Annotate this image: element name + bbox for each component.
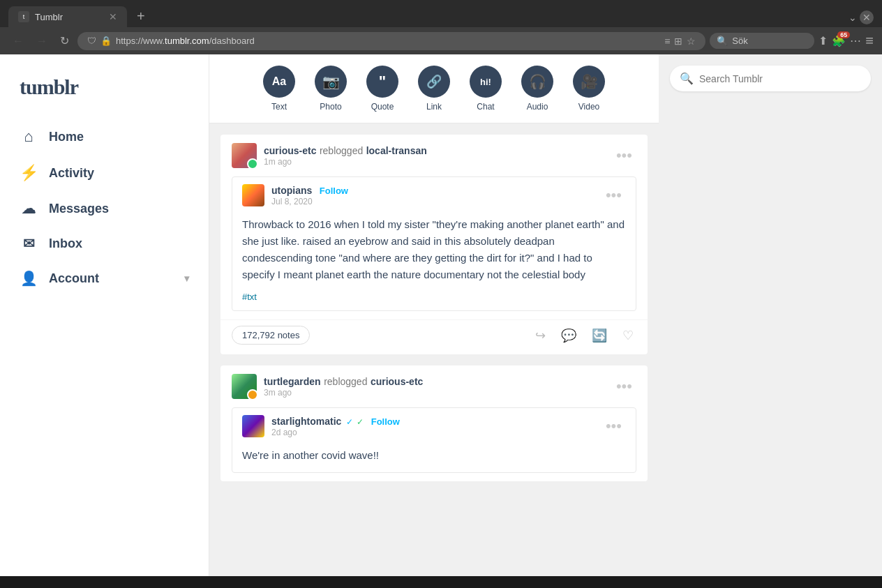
quote-post-label: Quote [371,102,394,112]
nested-post1-username[interactable]: utopians [271,185,312,196]
post2-reblog-target[interactable]: curious-etc [371,376,423,387]
home-icon: ⌂ [20,128,38,146]
search-tumblr-input[interactable] [699,73,861,84]
address-bar[interactable]: 🛡 🔒 https://www.tumblr.com/dashboard ≡ ⊞… [77,32,705,50]
nested-post1-timestamp: Jul 8, 2020 [271,197,348,206]
nested-post1-body: Throwback to 2016 when I told my sister … [232,213,636,292]
post-type-photo[interactable]: 📷 Photo [311,64,351,113]
text-post-label: Text [271,102,287,112]
avatar-mini-turtle [247,389,258,400]
sidebar-item-inbox[interactable]: ✉ Inbox [0,226,209,261]
post-card-1: curious-etc reblogged local-transan 1m a… [221,135,648,354]
post2-meta: turtlegarden reblogged curious-etc 3m ag… [264,375,423,398]
post2-header: turtlegarden reblogged curious-etc 3m ag… [221,365,648,407]
audio-post-icon: 🎧 [521,66,553,98]
video-post-label: Video [578,102,599,112]
post1-timestamp: 1m ago [264,157,427,167]
reblog-post1-button[interactable]: 🔄 [589,326,610,345]
post2-reblogger[interactable]: turtlegarden [264,376,321,387]
chat-post-icon: hi! [470,66,502,98]
nested-post1-header: utopians Follow Jul 8, 2020 ••• [232,177,636,213]
verified-badge-1: ✓ [346,417,353,427]
post1-reblog-target[interactable]: local-transan [366,145,427,156]
extension-button[interactable]: 🧩 65 [832,34,846,47]
share-button[interactable]: ⬆ [819,34,828,47]
avatar-starlight [242,415,264,437]
follow-starlight-button[interactable]: Follow [371,416,400,427]
notes-label-1: notes [278,330,300,340]
photo-post-icon: 📷 [315,66,347,98]
tab-favicon: t [18,11,29,22]
search-input-wrapper[interactable]: 🔍 [670,66,871,91]
window-close-button[interactable]: ✕ [860,10,874,24]
post-type-audio[interactable]: 🎧 Audio [517,64,558,113]
follow-utopians-button[interactable]: Follow [320,186,348,196]
refresh-button[interactable]: ↻ [56,31,73,50]
nested-post1-tags[interactable]: #txt [232,292,636,310]
notes-number-1: 172,792 [242,330,275,340]
link-post-icon: 🔗 [418,66,450,98]
post-type-chat[interactable]: hi! Chat [465,64,506,113]
link-post-label: Link [426,102,442,112]
avatar-mini-curious [247,158,258,169]
post-create-bar: Aa Text 📷 Photo " Quote 🔗 Link hi! C [209,54,659,123]
notes-count-1[interactable]: 172,792 notes [232,326,310,345]
sidebar-logo: tumblr [0,66,209,119]
sidebar-item-messages[interactable]: ☁ Messages [0,191,209,226]
post-card-2: turtlegarden reblogged curious-etc 3m ag… [221,365,648,481]
sidebar-messages-label: Messages [49,202,109,216]
tab-close-icon[interactable]: ✕ [109,11,117,22]
sidebar-item-home[interactable]: ⌂ Home [0,119,209,155]
sidebar-activity-label: Activity [49,166,94,181]
sidebar-item-account[interactable]: 👤 Account ▾ [0,261,209,296]
new-tab-button[interactable]: + [130,6,152,27]
tab-title: Tumblr [35,12,103,22]
bookmark-button[interactable]: ☆ [687,36,696,47]
post1-actions: 172,792 notes ↪ 💬 🔄 ♡ [221,319,648,354]
quote-post-icon: " [366,66,398,98]
forward-button[interactable]: → [32,32,52,50]
post1-more-button[interactable]: ••• [612,146,636,165]
nested-post2-more-button[interactable]: ••• [601,417,626,435]
back-button[interactable]: ← [8,32,28,50]
sidebar-home-label: Home [49,130,84,144]
like-post1-button[interactable]: ♡ [620,326,636,345]
search-sidebar: 🔍 [659,54,882,576]
post2-reblog-action: reblogged [324,376,367,387]
audio-post-label: Audio [527,102,548,112]
sidebar-nav: ⌂ Home ⚡ Activity ☁ Messages ✉ Inbox [0,119,209,296]
post-type-quote[interactable]: " Quote [362,64,403,113]
comment-post1-button[interactable]: 💬 [558,326,579,345]
post1-reblogger[interactable]: curious-etc [264,145,316,156]
sidebar: tumblr ⌂ Home ⚡ Activity ☁ Messages ✉ In… [0,54,209,576]
split-view-button[interactable]: ⊞ [674,36,682,47]
sidebar-inbox-label: Inbox [49,236,82,251]
active-tab[interactable]: t Tumblr ✕ [8,6,127,27]
post1-action-icons: ↪ 💬 🔄 ♡ [532,326,636,345]
nested-post-2: starlightomatic ✓ ✓ Follow 2d ago ••• We… [232,407,636,473]
sidebar-item-activity[interactable]: ⚡ Activity [0,155,209,191]
reader-mode-button[interactable]: ≡ [664,36,670,47]
tab-menu-button[interactable]: ⌄ [849,12,857,23]
post1-header: curious-etc reblogged local-transan 1m a… [221,135,648,176]
avatar-curious [232,143,257,168]
post-type-video[interactable]: 🎥 Video [569,64,609,113]
post-type-text[interactable]: Aa Text [259,64,299,113]
search-placeholder: Sök [732,36,747,46]
post-type-link[interactable]: 🔗 Link [414,64,454,113]
sidebar-account-label: Account [49,271,99,286]
posts-container: curious-etc reblogged local-transan 1m a… [209,123,659,492]
extensions-more-button[interactable]: ⋯ [850,34,861,47]
search-icon: 🔍 [717,36,728,46]
avatar-utopians [242,184,264,206]
inbox-icon: ✉ [20,235,38,252]
avatar-turtle [232,374,257,399]
post2-more-button[interactable]: ••• [612,377,636,395]
nested-post1-more-button[interactable]: ••• [601,186,626,204]
menu-button[interactable]: ≡ [865,33,874,49]
post2-timestamp: 3m ago [264,388,423,398]
share-post1-button[interactable]: ↪ [532,326,548,345]
nested-post2-username[interactable]: starlightomatic [271,416,341,427]
nested-post2-timestamp: 2d ago [271,428,400,437]
browser-search-bar[interactable]: 🔍 Sök [710,33,814,49]
